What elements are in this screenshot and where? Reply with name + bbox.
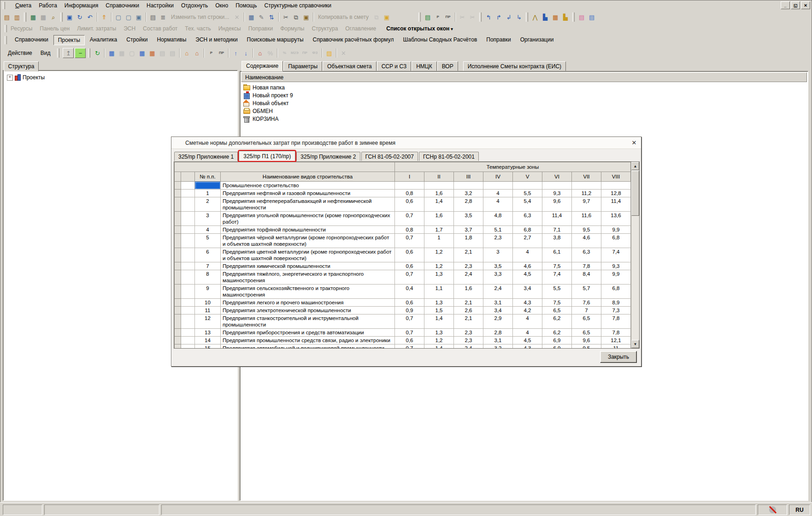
workspace-tab[interactable]: Организации	[516, 35, 558, 45]
menu-item[interactable]: Структурные справочники	[260, 1, 335, 10]
value-cell[interactable]: 1,7	[424, 226, 454, 234]
restore-button[interactable]: ◱	[791, 1, 800, 9]
name-cell[interactable]: Предприятия угольной промышленности (кро…	[221, 212, 395, 226]
value-cell[interactable]: 4,8	[483, 212, 513, 226]
list-item[interactable]: КОРЗИНА	[241, 115, 807, 123]
value-cell[interactable]: 5,7	[572, 285, 601, 299]
value-cell[interactable]: 3,8	[542, 234, 572, 248]
value-cell[interactable]: 6,5	[572, 314, 601, 329]
value-cell[interactable]	[424, 182, 454, 190]
value-cell[interactable]: 2,9	[483, 314, 513, 329]
value-cell[interactable]: 1,4	[424, 314, 454, 329]
name-cell[interactable]: Предприятия станкостроительной и инструм…	[221, 314, 395, 329]
table-row[interactable]: 1Предприятия нефтяной и газовой промышле…	[175, 190, 631, 197]
group-rows-icon[interactable]: ≣	[158, 12, 168, 22]
value-cell[interactable]: 1,1	[424, 285, 454, 299]
num-cell[interactable]: 12	[195, 314, 221, 329]
value-cell[interactable]	[601, 182, 631, 190]
recalc-p-icon[interactable]: P	[206, 48, 216, 58]
vertical-scrollbar[interactable]: ▲ ▼	[631, 162, 639, 348]
close-button[interactable]: Закрыть	[600, 351, 637, 363]
refresh-icon[interactable]: ↻	[92, 48, 102, 58]
archive-book2-icon[interactable]: ▤	[167, 48, 177, 58]
level-last-icon[interactable]: ↳	[514, 12, 524, 22]
update-row-icon[interactable]: ⇑	[99, 12, 109, 22]
num-cell[interactable]: 3	[195, 212, 221, 226]
value-cell[interactable]: 3,5	[483, 262, 513, 270]
value-cell[interactable]	[454, 182, 483, 190]
value-cell[interactable]: 3,1	[483, 337, 513, 344]
num-cell[interactable]: 15	[195, 344, 221, 349]
indent-cell[interactable]	[181, 190, 195, 197]
print-icon[interactable]: ▤	[148, 12, 158, 22]
load-project-icon[interactable]: ▦	[147, 48, 157, 58]
menu-item[interactable]: Помощь	[232, 1, 260, 10]
value-cell[interactable]	[513, 182, 542, 190]
value-cell[interactable]: 0,7	[395, 212, 424, 226]
add-page-icon[interactable]: ▢	[127, 48, 137, 58]
tree-node-projects[interactable]: + Проекты	[3, 71, 237, 81]
value-cell[interactable]	[483, 182, 513, 190]
value-cell[interactable]: 9,3	[542, 190, 572, 197]
value-cell[interactable]: 2,1	[454, 248, 483, 262]
value-cell[interactable]: 1,4	[424, 197, 454, 212]
estimate-structure-icon[interactable]: ▦	[246, 12, 256, 22]
workspace-tab[interactable]: Нормативы	[153, 35, 190, 45]
save-icon[interactable]: ▣	[65, 12, 75, 22]
panel-toggle[interactable]: Лимит. затраты	[77, 25, 116, 32]
toolbar-grip[interactable]	[479, 12, 482, 22]
table-row[interactable]: 12Предприятия станкостроительной и инстр…	[175, 314, 631, 329]
value-cell[interactable]: 6,8	[513, 226, 542, 234]
content-tab[interactable]: Исполнение Сметы контракта (ЕИС)	[463, 61, 566, 71]
books-blue-icon[interactable]: ▤	[587, 12, 597, 22]
value-cell[interactable]: 6,8	[601, 285, 631, 299]
value-cell[interactable]: 4	[483, 197, 513, 212]
close-view-icon[interactable]: ✕	[338, 48, 348, 58]
row-selector-cell[interactable]	[175, 190, 181, 197]
cut-icon[interactable]: ✂	[281, 12, 291, 22]
toolbar-grip[interactable]	[526, 12, 528, 22]
value-cell[interactable]: 13,6	[601, 212, 631, 226]
books-pink-icon[interactable]: ▤	[577, 12, 587, 22]
minimize-button[interactable]: _	[781, 1, 790, 9]
value-cell[interactable]: 0,4	[395, 285, 424, 299]
num-cell[interactable]: 8	[195, 270, 221, 285]
value-cell[interactable]: 4,2	[513, 307, 542, 314]
list-item[interactable]: Новый объект	[241, 99, 807, 107]
value-cell[interactable]: 8,4	[572, 270, 601, 285]
value-cell[interactable]: 2,3	[483, 234, 513, 248]
name-cell[interactable]: Предприятия приборостроения и средств ав…	[221, 329, 395, 337]
value-cell[interactable]: 0,8	[395, 190, 424, 197]
row-selector-cell[interactable]	[175, 337, 181, 344]
level-up-icon[interactable]: ↱	[494, 12, 504, 22]
table-row[interactable]: 3Предприятия угольной промышленности (кр…	[175, 212, 631, 226]
workspace-tab[interactable]: Справочники	[11, 35, 53, 45]
scroll-up-icon[interactable]: ▲	[631, 162, 639, 170]
table-row[interactable]: 7Предприятия химической промышленности0,…	[175, 262, 631, 270]
add-project-icon[interactable]: ▦	[106, 48, 117, 58]
toolbar-grip[interactable]	[572, 12, 575, 22]
num-cell[interactable]: 2	[195, 197, 221, 212]
copy-to-estimate-icon[interactable]: ⧉	[371, 12, 382, 22]
row-selector-cell[interactable]	[175, 299, 181, 307]
refresh-icon[interactable]: ↻	[75, 12, 85, 22]
workspace-tab[interactable]: Проекты	[53, 35, 85, 45]
scroll-down-icon[interactable]: ▼	[631, 340, 639, 348]
workspace-tab[interactable]: Стройки	[122, 35, 152, 45]
value-cell[interactable]: 9,9	[601, 270, 631, 285]
workspace-tab[interactable]: Справочник расчётных формул	[309, 35, 398, 45]
panel-toggle[interactable]: Индексы	[218, 25, 241, 32]
indent-cell[interactable]	[181, 262, 195, 270]
indent-cell[interactable]	[181, 299, 195, 307]
name-cell[interactable]: Предприятия автомобильной и подшипниково…	[221, 344, 395, 349]
value-cell[interactable]: 7,3	[601, 307, 631, 314]
winter-norms-icon[interactable]: ⌂	[255, 48, 265, 58]
name-cell[interactable]: Предприятия торфяной промышленности	[221, 226, 395, 234]
move-down-icon[interactable]: ↓	[241, 48, 251, 58]
value-cell[interactable]: 1,2	[424, 337, 454, 344]
row-selector-cell[interactable]	[175, 197, 181, 212]
tree-expander-icon[interactable]: +	[7, 75, 13, 81]
table-row[interactable]: 15Предприятия автомобильной и подшипнико…	[175, 344, 631, 349]
menu-item[interactable]: Информация	[61, 1, 102, 10]
scrollbar-thumb[interactable]	[631, 171, 639, 216]
